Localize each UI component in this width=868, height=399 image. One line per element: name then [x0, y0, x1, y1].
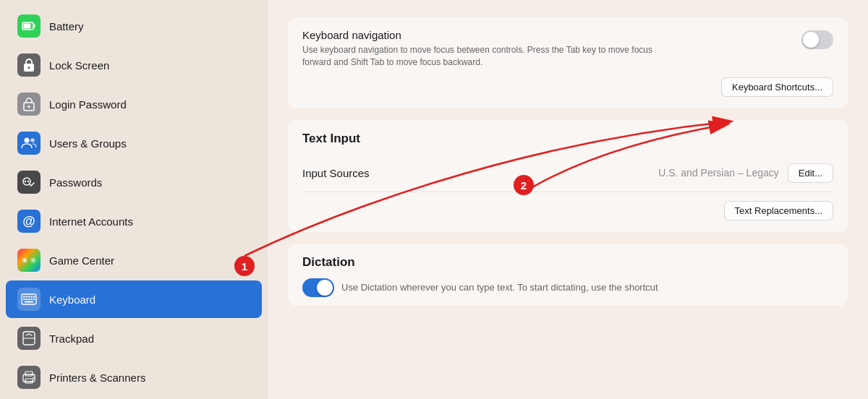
dictation-description: Use Dictation wherever you can type text…: [341, 281, 658, 294]
input-sources-value: U.S. and Persian – Legacy: [658, 167, 779, 179]
text-input-header: Text Input: [302, 132, 833, 146]
dictation-card: Dictation Use Dictation wherever you can…: [288, 244, 848, 306]
svg-rect-35: [25, 372, 33, 376]
sidebar-item-login-password-label: Login Password: [49, 98, 127, 111]
svg-rect-25: [33, 296, 35, 298]
svg-rect-21: [23, 296, 25, 298]
svg-point-16: [24, 259, 25, 260]
sidebar-item-users-groups-label: Users & Groups: [49, 137, 127, 150]
game-center-icon: [17, 249, 41, 272]
svg-rect-2: [24, 24, 31, 29]
users-groups-icon: [17, 132, 41, 155]
annotation-1: 1: [234, 256, 255, 276]
svg-point-7: [25, 138, 30, 143]
sidebar-item-battery[interactable]: Battery: [6, 7, 262, 45]
keyboard-nav-description: Use keyboard navigation to move focus be…: [302, 44, 678, 69]
keyboard-nav-text: Keyboard navigation Use keyboard navigat…: [302, 29, 790, 69]
sidebar-item-lock-screen[interactable]: Lock Screen: [6, 46, 262, 84]
svg-rect-31: [25, 301, 33, 303]
printers-scanners-icon: [17, 366, 41, 389]
main-content: Keyboard navigation Use keyboard navigat…: [268, 0, 868, 399]
svg-rect-23: [28, 296, 30, 298]
svg-point-10: [25, 181, 26, 182]
svg-point-37: [33, 377, 34, 379]
input-sources-row: Input Sources U.S. and Persian – Legacy …: [302, 155, 833, 192]
svg-rect-27: [26, 299, 28, 300]
keyboard-nav-title: Keyboard navigation: [302, 29, 790, 41]
shortcuts-btn-row: Keyboard Shortcuts...: [302, 77, 833, 97]
sidebar: Battery Lock Screen Login Password: [0, 0, 268, 399]
svg-rect-1: [34, 25, 35, 28]
keyboard-shortcuts-button[interactable]: Keyboard Shortcuts...: [721, 77, 833, 97]
input-sources-label: Input Sources: [302, 167, 658, 179]
sidebar-item-keyboard[interactable]: Keyboard: [6, 280, 262, 318]
sidebar-item-battery-label: Battery: [49, 20, 84, 33]
sidebar-item-login-password[interactable]: Login Password: [6, 85, 262, 123]
dictation-toggle[interactable]: [302, 278, 334, 297]
trackpad-icon: [17, 327, 41, 350]
text-replacements-button[interactable]: Text Replacements...: [724, 201, 833, 220]
keyboard-nav-row: Keyboard navigation Use keyboard navigat…: [302, 29, 833, 69]
sidebar-item-users-groups[interactable]: Users & Groups: [6, 124, 262, 162]
svg-point-8: [30, 138, 35, 142]
svg-point-4: [28, 66, 30, 69]
keyboard-navigation-card: Keyboard navigation Use keyboard navigat…: [288, 17, 848, 108]
svg-rect-26: [23, 299, 25, 300]
svg-point-19: [33, 260, 35, 262]
internet-accounts-icon: @: [17, 210, 41, 233]
svg-rect-24: [31, 296, 33, 298]
svg-rect-36: [25, 379, 33, 383]
sidebar-item-printers-scanners-label: Printers & Scanners: [49, 372, 145, 384]
lock-screen-icon: [17, 53, 41, 77]
sidebar-item-printers-scanners[interactable]: Printers & Scanners: [6, 359, 262, 396]
annotation-2: 2: [514, 175, 534, 195]
sidebar-item-trackpad[interactable]: Trackpad: [6, 319, 262, 357]
sidebar-item-trackpad-label: Trackpad: [49, 332, 94, 345]
text-replacements-row: Text Replacements...: [302, 192, 833, 220]
login-password-icon: [17, 93, 41, 116]
sidebar-item-game-center[interactable]: Game Center: [6, 241, 262, 279]
keyboard-icon: [17, 288, 41, 311]
sidebar-item-keyboard-label: Keyboard: [49, 293, 95, 306]
svg-rect-22: [26, 296, 28, 298]
svg-rect-30: [33, 299, 35, 300]
edit-button[interactable]: Edit...: [788, 163, 833, 183]
passwords-icon: [17, 171, 41, 194]
sidebar-item-internet-accounts-label: Internet Accounts: [49, 215, 133, 228]
battery-icon: [17, 14, 41, 38]
sidebar-item-passwords[interactable]: Passwords: [6, 163, 262, 201]
dictation-header: Dictation: [302, 255, 833, 270]
svg-rect-29: [31, 299, 33, 300]
svg-point-6: [28, 106, 30, 108]
svg-point-17: [24, 260, 25, 262]
text-input-card: Text Input Input Sources U.S. and Persia…: [288, 120, 848, 232]
sidebar-item-passwords-label: Passwords: [49, 176, 102, 189]
svg-point-11: [27, 181, 29, 182]
sidebar-item-lock-screen-label: Lock Screen: [49, 59, 109, 72]
sidebar-item-internet-accounts[interactable]: @ Internet Accounts: [6, 202, 262, 240]
sidebar-item-game-center-label: Game Center: [49, 254, 114, 267]
dictation-row: Use Dictation wherever you can type text…: [302, 278, 833, 297]
keyboard-nav-toggle[interactable]: [801, 30, 833, 49]
svg-rect-28: [28, 299, 30, 300]
